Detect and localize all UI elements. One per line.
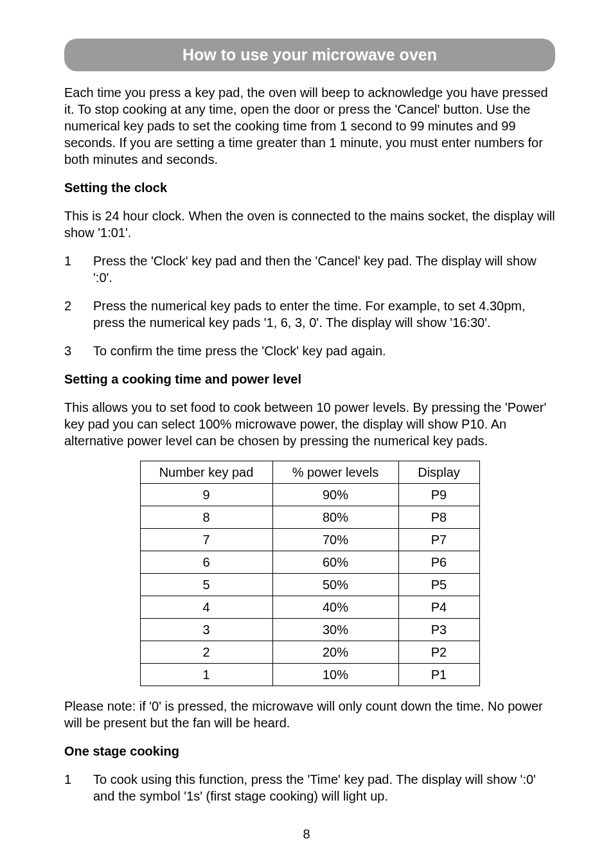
table-row: 550%P5	[140, 573, 479, 596]
table-cell: 60%	[272, 551, 398, 573]
step-number: 1	[64, 252, 93, 286]
table-header: Number key pad	[140, 461, 272, 483]
setting-power-heading: Setting a cooking time and power level	[64, 371, 555, 387]
table-cell: 9	[140, 483, 272, 506]
table-cell: 70%	[272, 528, 398, 551]
table-cell: 80%	[272, 506, 398, 528]
page-number: 8	[0, 826, 613, 842]
table-cell: P7	[398, 528, 479, 551]
table-header: % power levels	[272, 461, 398, 483]
step-number: 3	[64, 342, 93, 359]
table-header-row: Number key pad % power levels Display	[140, 461, 479, 483]
table-cell: 50%	[272, 573, 398, 596]
table-cell: P2	[398, 641, 479, 663]
setting-clock-desc: This is 24 hour clock. When the oven is …	[64, 208, 555, 241]
step-text: Press the 'Clock' key pad and then the '…	[93, 252, 555, 286]
table-header: Display	[398, 461, 479, 483]
table-cell: 2	[140, 641, 272, 663]
power-note: Please note: if '0' is pressed, the micr…	[64, 698, 555, 731]
table-row: 880%P8	[140, 506, 479, 528]
intro-paragraph: Each time you press a key pad, the oven …	[64, 84, 555, 168]
table-row: 330%P3	[140, 618, 479, 641]
banner-title: How to use your microwave oven	[182, 46, 437, 64]
table-row: 440%P4	[140, 596, 479, 618]
table-cell: P3	[398, 618, 479, 641]
table-cell: 10%	[272, 663, 398, 686]
setting-power-desc: This allows you to set food to cook betw…	[64, 399, 555, 449]
table-cell: P5	[398, 573, 479, 596]
table-cell: 6	[140, 551, 272, 573]
clock-step: 2 Press the numerical key pads to enter …	[64, 297, 555, 331]
table-row: 660%P6	[140, 551, 479, 573]
power-level-table: Number key pad % power levels Display 99…	[140, 461, 480, 686]
table-cell: 5	[140, 573, 272, 596]
table-cell: 8	[140, 506, 272, 528]
table-row: 110%P1	[140, 663, 479, 686]
table-row: 990%P9	[140, 483, 479, 506]
setting-clock-heading: Setting the clock	[64, 179, 555, 196]
step-text: Press the numerical key pads to enter th…	[93, 297, 555, 331]
table-cell: 1	[140, 663, 272, 686]
section-banner: How to use your microwave oven	[64, 39, 555, 71]
clock-step: 1 Press the 'Clock' key pad and then the…	[64, 252, 555, 286]
table-cell: P4	[398, 596, 479, 618]
one-stage-heading: One stage cooking	[64, 743, 555, 759]
table-cell: 20%	[272, 641, 398, 663]
step-text: To cook using this function, press the '…	[93, 771, 555, 804]
onestage-step: 1 To cook using this function, press the…	[64, 771, 555, 804]
step-number: 1	[64, 771, 93, 804]
table-row: 770%P7	[140, 528, 479, 551]
table-cell: 3	[140, 618, 272, 641]
table-cell: 4	[140, 596, 272, 618]
table-cell: P9	[398, 483, 479, 506]
table-cell: 30%	[272, 618, 398, 641]
clock-step: 3 To confirm the time press the 'Clock' …	[64, 342, 555, 359]
table-cell: P6	[398, 551, 479, 573]
table-cell: 90%	[272, 483, 398, 506]
table-cell: P8	[398, 506, 479, 528]
step-number: 2	[64, 297, 93, 331]
table-row: 220%P2	[140, 641, 479, 663]
table-cell: 7	[140, 528, 272, 551]
table-cell: P1	[398, 663, 479, 686]
step-text: To confirm the time press the 'Clock' ke…	[93, 342, 555, 359]
table-cell: 40%	[272, 596, 398, 618]
